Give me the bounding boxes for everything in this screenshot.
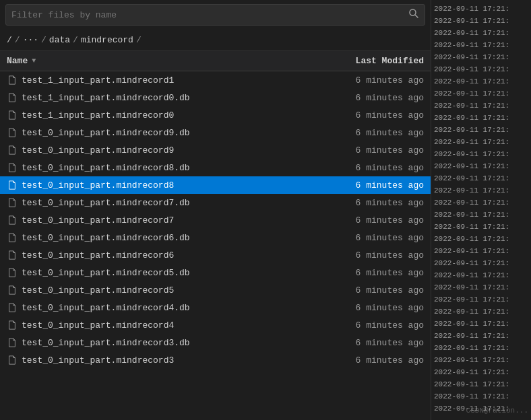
table-row[interactable]: test_0_input_part.mindrecord8.db6 minute… xyxy=(0,159,431,176)
log-line: 2022-09-11 17:21: xyxy=(434,63,528,75)
file-modified-time: 6 minutes ago xyxy=(330,355,424,365)
file-table-header: Name ▼ Last Modified xyxy=(0,51,431,71)
log-line: 2022-09-11 17:21: xyxy=(434,51,528,63)
file-icon xyxy=(7,197,18,208)
file-modified-time: 6 minutes ago xyxy=(330,128,424,138)
table-row[interactable]: test_1_input_part.mindrecord16 minutes a… xyxy=(0,71,431,89)
file-name: test_0_input_part.mindrecord8.db xyxy=(22,163,330,173)
log-line: 2022-09-11 17:21: xyxy=(434,354,528,366)
table-row[interactable]: test_0_input_part.mindrecord5.db6 minute… xyxy=(0,264,431,281)
file-modified-time: 6 minutes ago xyxy=(330,250,424,260)
log-line: 2022-09-11 17:21: xyxy=(434,342,528,354)
file-modified-time: 6 minutes ago xyxy=(330,285,424,295)
file-name: test_1_input_part.mindrecord0 xyxy=(22,110,330,120)
log-line: 2022-09-11 17:21: xyxy=(434,378,528,390)
table-row[interactable]: test_0_input_part.mindrecord66 minutes a… xyxy=(0,246,431,264)
log-line: 2022-09-11 17:21: xyxy=(434,100,528,112)
breadcrumb-data[interactable]: data xyxy=(49,35,70,45)
file-browser-panel: / / ··· / data / mindrecord / Name ▼ Las… xyxy=(0,0,431,420)
file-icon xyxy=(7,232,18,243)
file-icon xyxy=(7,180,18,190)
log-line: 2022-09-11 17:21: xyxy=(434,257,528,269)
file-modified-time: 6 minutes ago xyxy=(330,75,424,85)
log-line: 2022-09-11 17:21: xyxy=(434,390,528,403)
search-input[interactable] xyxy=(11,10,408,20)
log-line: 2022-09-11 17:21: xyxy=(434,124,528,136)
log-line: 2022-09-11 17:21: xyxy=(434,148,528,160)
table-row[interactable]: test_0_input_part.mindrecord4.db6 minute… xyxy=(0,299,431,316)
file-modified-time: 6 minutes ago xyxy=(330,338,424,348)
breadcrumb-root[interactable]: / xyxy=(7,35,12,45)
file-modified-time: 6 minutes ago xyxy=(330,93,424,103)
file-icon xyxy=(7,145,18,155)
log-panel: 2022-09-11 17:21:2022-09-11 17:21:2022-0… xyxy=(431,0,531,420)
log-line: 2022-09-11 17:21: xyxy=(434,221,528,233)
log-line: 2022-09-11 17:21: xyxy=(434,318,528,330)
log-line: 2022-09-11 17:21: xyxy=(434,136,528,148)
table-row[interactable]: test_1_input_part.mindrecord0.db6 minute… xyxy=(0,89,431,106)
table-row[interactable]: test_0_input_part.mindrecord46 minutes a… xyxy=(0,316,431,334)
search-icon[interactable] xyxy=(408,8,419,22)
file-icon xyxy=(7,162,18,173)
file-modified-time: 6 minutes ago xyxy=(330,110,424,120)
table-row[interactable]: test_0_input_part.mindrecord36 minutes a… xyxy=(0,351,431,369)
table-row[interactable]: test_0_input_part.mindrecord96 minutes a… xyxy=(0,141,431,159)
file-modified-time: 6 minutes ago xyxy=(330,303,424,313)
log-line: 2022-09-11 17:21: xyxy=(434,15,528,27)
breadcrumb-ellipsis[interactable]: ··· xyxy=(23,35,38,45)
log-line: 2022-09-11 17:21: xyxy=(434,281,528,293)
file-modified-time: 6 minutes ago xyxy=(330,268,424,278)
file-icon xyxy=(7,127,18,138)
file-list: test_1_input_part.mindrecord16 minutes a… xyxy=(0,71,431,420)
table-row[interactable]: test_0_input_part.mindrecord76 minutes a… xyxy=(0,211,431,229)
file-name: test_0_input_part.mindrecord9.db xyxy=(22,128,330,138)
file-modified-time: 6 minutes ago xyxy=(330,163,424,173)
sort-arrow-icon: ▼ xyxy=(32,57,36,65)
file-icon xyxy=(7,92,18,103)
log-line: 2022-09-11 17:21: xyxy=(434,403,528,415)
file-name: test_0_input_part.mindrecord5 xyxy=(22,285,330,295)
file-modified-time: 6 minutes ago xyxy=(330,198,424,208)
column-modified-header[interactable]: Last Modified xyxy=(330,56,424,66)
file-icon xyxy=(7,250,18,260)
file-modified-time: 6 minutes ago xyxy=(330,215,424,225)
table-row[interactable]: test_0_input_part.mindrecord56 minutes a… xyxy=(0,281,431,299)
log-line: 2022-09-11 17:21: xyxy=(434,112,528,124)
file-icon xyxy=(7,337,18,348)
log-line: 2022-09-11 17:21: xyxy=(434,39,528,51)
breadcrumb-mindrecord[interactable]: mindrecord xyxy=(81,35,133,45)
svg-line-1 xyxy=(416,15,418,18)
table-row[interactable]: test_1_input_part.mindrecord06 minutes a… xyxy=(0,106,431,124)
log-line: 2022-09-11 17:21: xyxy=(434,330,528,342)
svg-point-0 xyxy=(410,9,416,15)
table-row[interactable]: test_0_input_part.mindrecord9.db6 minute… xyxy=(0,124,431,141)
file-name: test_0_input_part.mindrecord9 xyxy=(22,145,330,155)
file-name: test_0_input_part.mindrecord3.db xyxy=(22,338,330,348)
file-name: test_0_input_part.mindrecord6.db xyxy=(22,233,330,243)
file-name: test_0_input_part.mindrecord3 xyxy=(22,355,330,365)
log-line: 2022-09-11 17:21: xyxy=(434,245,528,257)
log-line: 2022-09-11 17:21: xyxy=(434,209,528,221)
breadcrumb: / / ··· / data / mindrecord / xyxy=(0,30,431,51)
column-name-header[interactable]: Name ▼ xyxy=(7,56,330,66)
log-line: 2022-09-11 17:21: xyxy=(434,293,528,306)
file-icon xyxy=(7,285,18,295)
file-icon xyxy=(7,302,18,313)
file-icon xyxy=(7,355,18,365)
log-line: 2022-09-11 17:21: xyxy=(434,160,528,172)
log-line: 2022-09-11 17:21: xyxy=(434,306,528,318)
log-line: 2022-09-11 17:21: xyxy=(434,233,528,245)
file-icon xyxy=(7,215,18,225)
log-line: 2022-09-11 17:21: xyxy=(434,75,528,88)
log-line: 2022-09-11 17:21: xyxy=(434,184,528,197)
search-bar[interactable] xyxy=(5,4,425,26)
table-row[interactable]: test_0_input_part.mindrecord6.db6 minute… xyxy=(0,229,431,246)
table-row[interactable]: test_0_input_part.mindrecord86 minutes a… xyxy=(0,176,431,194)
table-row[interactable]: test_0_input_part.mindrecord7.db6 minute… xyxy=(0,194,431,211)
file-modified-time: 6 minutes ago xyxy=(330,233,424,243)
table-row[interactable]: test_0_input_part.mindrecord3.db6 minute… xyxy=(0,334,431,351)
file-name: test_0_input_part.mindrecord4 xyxy=(22,320,330,330)
file-name: test_1_input_part.mindrecord1 xyxy=(22,75,330,85)
file-icon xyxy=(7,320,18,330)
log-line: 2022-09-11 17:21: xyxy=(434,172,528,184)
